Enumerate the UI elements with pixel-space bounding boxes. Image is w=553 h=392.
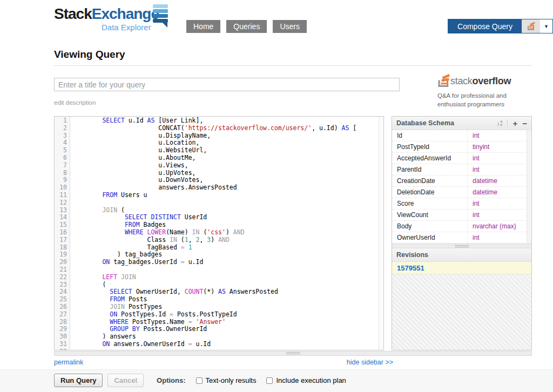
database-schema-title: Database Schema: [396, 119, 497, 127]
code-line[interactable]: [72, 199, 379, 207]
code-line[interactable]: FROM Posts: [72, 296, 379, 303]
schema-column-name: DeletionDate: [392, 187, 468, 198]
code-line[interactable]: ON PostTypes.Id = Posts.PostTypeId: [72, 311, 379, 319]
nav-button-queries[interactable]: Queries: [226, 20, 267, 33]
code-line[interactable]: WHERE PostTypes.Name = 'Answer': [72, 319, 379, 326]
code-line[interactable]: [72, 348, 379, 350]
schema-column-type: int: [468, 209, 480, 220]
data-explorer-page: StackExchange Data Explorer HomeQueriesU…: [0, 0, 553, 392]
option-checkbox[interactable]: Text-only results: [196, 376, 257, 384]
line-number: 24: [55, 288, 67, 296]
line-number: 18: [55, 244, 67, 252]
code-line[interactable]: u.AboutMe,: [72, 154, 379, 162]
code-line[interactable]: CONCAT('https://stackoverflow.com/users/…: [72, 125, 379, 132]
sort-az-icon[interactable]: ↓ AZ: [497, 120, 508, 126]
stackoverflow-icon: [527, 22, 536, 30]
schema-rows-container: IdintPostTypeIdtinyintAcceptedAnswerIdin…: [392, 130, 531, 244]
main-nav: HomeQueriesUsers: [186, 20, 307, 33]
option-checkbox[interactable]: Include execution plan: [266, 376, 346, 384]
code-line[interactable]: TagBased = 1: [72, 244, 379, 252]
nav-button-users[interactable]: Users: [273, 20, 307, 33]
stackexchange-logo[interactable]: StackExchange Data Explorer: [54, 6, 159, 32]
code-line[interactable]: WHERE LOWER(Name) IN ('css') AND: [72, 229, 379, 236]
cancel-button[interactable]: Cancel: [107, 374, 144, 387]
line-number: 27: [55, 311, 67, 319]
schema-row[interactable]: Scoreint: [392, 198, 531, 209]
stackoverflow-badge[interactable]: stackoverflow Q&A for professional and e…: [437, 76, 511, 109]
site-dropdown-button[interactable]: ▼: [540, 19, 552, 33]
schema-column-type: nvarchar (max): [468, 221, 516, 232]
schema-column-name: Id: [392, 130, 468, 141]
options-checkboxes: Text-only resultsInclude execution plan: [186, 376, 346, 384]
code-line[interactable]: answers.AnswersPosted: [72, 184, 379, 192]
schema-row[interactable]: DeletionDatedatetime: [392, 187, 531, 198]
edit-description-link[interactable]: edit description: [54, 99, 96, 106]
logo-stack-text: Stack: [54, 5, 92, 22]
code-line[interactable]: u.Location,: [72, 139, 379, 147]
code-line[interactable]: ON answers.OwnerUserId = u.Id: [72, 341, 379, 348]
schema-row[interactable]: Idint: [392, 130, 531, 141]
query-title-input[interactable]: [54, 78, 400, 91]
schema-sidebar: Database Schema ↓ AZ + − IdintPostTypeId…: [392, 116, 532, 350]
code-line[interactable]: SELECT DISTINCT UserId: [72, 214, 379, 221]
schema-column-name: PostTypeId: [392, 141, 468, 152]
code-line[interactable]: u.DownVotes,: [72, 177, 379, 184]
code-line[interactable]: JOIN PostTypes: [72, 303, 379, 311]
expand-all-icon[interactable]: +: [512, 119, 517, 127]
schema-row[interactable]: ParentIdint: [392, 164, 531, 175]
schema-row[interactable]: PostTypeIdtinyint: [392, 141, 531, 153]
code-line[interactable]: FROM Users u: [72, 192, 379, 199]
code-line[interactable]: ) answers: [72, 333, 379, 341]
code-line[interactable]: u.UpVotes,: [72, 170, 379, 177]
code-line[interactable]: [72, 266, 379, 274]
title-divider: [54, 65, 532, 66]
code-line[interactable]: GROUP BY Posts.OwnerUserId: [72, 326, 379, 333]
logo-exchange-text: Exchange: [92, 5, 159, 22]
revision-link[interactable]: 1579551: [397, 264, 424, 272]
schema-column-type: tinyint: [468, 141, 489, 152]
compose-query-button[interactable]: Compose Query: [448, 19, 522, 33]
schema-column-type: datetime: [468, 187, 497, 198]
schema-row[interactable]: ViewCountint: [392, 209, 531, 221]
database-schema-header: Database Schema ↓ AZ + −: [392, 117, 531, 130]
line-number: 31: [55, 341, 67, 348]
schema-row[interactable]: Bodynvarchar (max): [392, 221, 531, 232]
run-query-button[interactable]: Run Query: [54, 374, 103, 387]
chevron-down-icon: ▼: [544, 24, 549, 29]
logo-bar: [153, 14, 168, 18]
site-switcher-button[interactable]: [522, 19, 540, 33]
line-number: 21: [55, 266, 67, 274]
code-line[interactable]: SELECT OwnerUserId, COUNT(*) AS AnswersP…: [72, 288, 379, 296]
permalink-link[interactable]: permalink: [54, 359, 83, 366]
code-line[interactable]: Class IN (1, 2, 3) AND: [72, 236, 379, 244]
logo-bar: [153, 9, 168, 13]
checkbox-icon: [196, 377, 203, 384]
code-line[interactable]: ) tag_badges: [72, 251, 379, 259]
schema-column-type: int: [468, 232, 480, 243]
sql-editor: 1234567891011121314151617181920212223242…: [54, 116, 384, 350]
schema-resize-handle[interactable]: [392, 244, 531, 248]
code-line[interactable]: JOIN (: [72, 207, 379, 214]
line-number: 20: [55, 259, 67, 266]
editor-resize-handle[interactable]: [54, 351, 532, 356]
hide-sidebar-link[interactable]: hide sidebar >>: [347, 359, 393, 366]
schema-row[interactable]: AcceptedAnswerIdint: [392, 153, 531, 164]
line-number: 4: [55, 139, 67, 147]
schema-row[interactable]: OwnerUserIdint: [392, 232, 531, 244]
code-line[interactable]: FROM Badges: [72, 221, 379, 229]
collapse-all-icon[interactable]: −: [522, 119, 527, 127]
line-number: 16: [55, 229, 67, 236]
revisions-header: Revisions: [392, 248, 531, 262]
code-line[interactable]: u.DisplayName,: [72, 132, 379, 140]
nav-button-home[interactable]: Home: [186, 20, 220, 33]
schema-scrollbar[interactable]: [527, 130, 531, 244]
code-line[interactable]: ON tag_badges.UserId = u.Id: [72, 259, 379, 266]
code-line[interactable]: LEFT JOIN: [72, 274, 379, 281]
editor-scrollbar[interactable]: [379, 117, 383, 350]
code-line[interactable]: u.WebsiteUrl,: [72, 147, 379, 154]
editor-code[interactable]: SELECT u.Id AS [User Link], CONCAT('http…: [70, 117, 379, 350]
schema-row[interactable]: CreationDatedatetime: [392, 175, 531, 187]
code-line[interactable]: u.Views,: [72, 162, 379, 170]
code-line[interactable]: SELECT u.Id AS [User Link],: [72, 117, 379, 125]
code-line[interactable]: (: [72, 281, 379, 289]
